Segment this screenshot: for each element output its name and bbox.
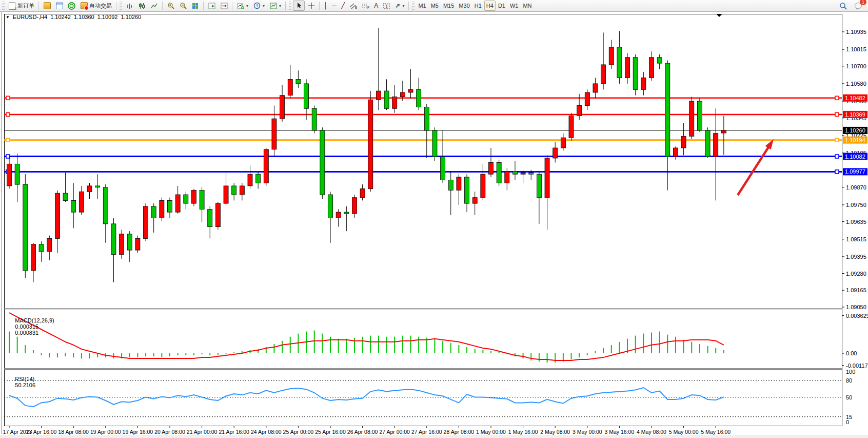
timeframe-button-M15[interactable]: M15 (441, 1, 456, 11)
indicators-button[interactable]: ▾ (234, 1, 250, 11)
cursor-icon (295, 2, 303, 10)
horizontal-line-button[interactable]: ─ (330, 1, 339, 11)
timeframe-button-M30[interactable]: M30 (457, 1, 471, 11)
macd-value-main: 0.000315 (15, 323, 38, 330)
candle-body (585, 92, 589, 106)
candle-body (344, 212, 349, 214)
rsi-axis-label: 0 (846, 419, 849, 425)
label-button[interactable]: T (381, 1, 392, 11)
crosshair-button[interactable] (305, 1, 317, 11)
timeframe-button-D1[interactable]: D1 (496, 1, 507, 11)
zoom-in-icon (167, 2, 174, 10)
market-watch-button[interactable] (41, 1, 53, 11)
candle-body (625, 58, 630, 78)
candle-body (127, 234, 132, 250)
candle-body (215, 203, 220, 226)
zoom-out-button[interactable] (177, 1, 189, 11)
toolbar-grip[interactable] (120, 2, 122, 10)
template-icon (269, 2, 277, 10)
line-chart-button[interactable] (148, 1, 160, 11)
candlestick-chart-button[interactable] (136, 1, 148, 11)
time-tick-label: 21 Apr 00:00 (187, 429, 218, 435)
rsi-name: RSI(14) (15, 376, 34, 382)
candle-body (120, 234, 124, 255)
candle (144, 203, 148, 241)
candle (160, 198, 164, 221)
line-anchor-marker (835, 170, 839, 174)
timeframe-button-H1[interactable]: H1 (472, 1, 484, 11)
svg-text:E: E (355, 6, 357, 9)
timeframe-button-MN[interactable]: MN (521, 1, 534, 11)
symbol-dropdown-icon[interactable]: ▼ (6, 15, 10, 20)
arrows-button[interactable]: ⇗ ▾ (393, 1, 406, 11)
chart-shift-button[interactable] (218, 1, 230, 11)
candle-body (497, 162, 501, 183)
periods-button[interactable]: ▾ (251, 1, 267, 11)
search-button[interactable] (837, 1, 849, 11)
candle-body (408, 89, 413, 92)
bar-chart-button[interactable] (124, 1, 135, 11)
candle-body (111, 224, 116, 255)
candle-body (400, 92, 405, 97)
candle (312, 106, 317, 134)
candle-body (457, 177, 461, 191)
toolbar-grip[interactable] (289, 2, 291, 10)
crosshair-icon (307, 2, 315, 10)
zoom-in-button[interactable] (165, 1, 176, 11)
price-line-label: 1.09977 (845, 168, 865, 175)
candle-body (168, 200, 172, 212)
candle (633, 54, 638, 96)
candle-body (103, 187, 108, 224)
candle (689, 97, 694, 139)
time-tick-label: 25 Apr 16:00 (315, 429, 346, 435)
vertical-line-button[interactable]: │ (322, 1, 330, 11)
candle-body (521, 173, 525, 174)
chart-shift-icon (220, 2, 228, 10)
tile-windows-button[interactable] (189, 1, 201, 11)
candle-body (352, 198, 357, 214)
new-order-button[interactable]: 新订单 (6, 1, 36, 11)
chart-window[interactable]: 1.109351.108151.107001.105801.104601.103… (0, 12, 868, 438)
candle (368, 91, 373, 192)
candle-body (296, 79, 301, 84)
autotrading-toggle[interactable]: 自动交易 (78, 1, 114, 11)
templates-button[interactable]: ▾ (267, 1, 283, 11)
toolbar-separator (203, 2, 204, 10)
candle-body (505, 172, 509, 183)
price-chart-canvas[interactable]: 1.109351.108151.107001.105801.104601.103… (0, 12, 868, 438)
time-tick-label: 27 Apr 16:00 (411, 429, 442, 435)
time-tick-label: 19 Apr 00:00 (90, 429, 121, 435)
candle (569, 113, 574, 141)
navigator-button[interactable] (66, 1, 77, 11)
timeframe-button-M1[interactable]: M1 (416, 1, 428, 11)
candle-body (39, 244, 44, 252)
text-button[interactable]: A (372, 1, 380, 11)
timeframe-button-M5[interactable]: M5 (429, 1, 441, 11)
fibonacci-button[interactable]: F (360, 1, 371, 11)
chat-unread-badge: 1 (860, 0, 866, 5)
cursor-button[interactable] (293, 1, 305, 11)
charts-window-button[interactable] (53, 1, 65, 11)
candle (320, 127, 325, 199)
candle (120, 230, 124, 259)
macd-axis-label: -0.001171 (846, 363, 868, 369)
candle-body (200, 191, 204, 210)
auto-scroll-button[interactable] (206, 1, 218, 11)
toolbar-grip[interactable] (2, 2, 5, 10)
timeframe-button-W1[interactable]: W1 (508, 1, 521, 11)
ohlc-close: 1.10260 (121, 14, 141, 20)
candle-body (689, 101, 694, 136)
timeframe-button-H4[interactable]: H4 (484, 1, 496, 11)
candle-body (232, 186, 236, 195)
time-tick-label: 19 Apr 16:00 (123, 429, 153, 435)
toolbar-separator (162, 2, 163, 10)
market-watch-icon (43, 2, 51, 10)
candle-body (448, 180, 453, 191)
equidistant-channel-button[interactable]: E (347, 1, 359, 11)
trendline-button[interactable]: ╱ (339, 1, 347, 11)
toolbar-grip[interactable] (412, 2, 415, 10)
time-tick-label: 20 Apr 08:00 (154, 429, 185, 435)
candle-body (681, 136, 686, 148)
chat-button[interactable]: 1 (852, 1, 864, 11)
candle-body (320, 130, 325, 195)
